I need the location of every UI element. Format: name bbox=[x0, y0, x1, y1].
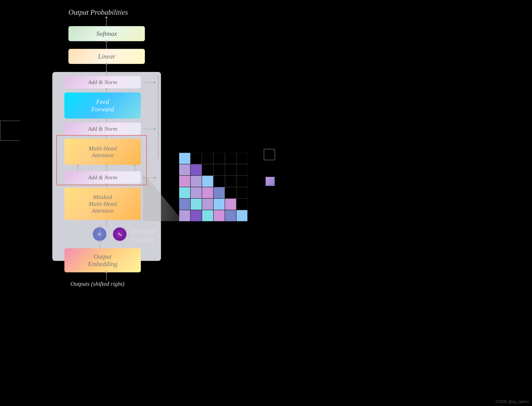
arrow-decoder-to-pos bbox=[106, 220, 107, 227]
svg-rect-30 bbox=[236, 199, 247, 210]
svg-rect-34 bbox=[213, 210, 225, 221]
multi-head-attention-block: Multi-HeadAttention bbox=[64, 139, 141, 165]
svg-rect-21 bbox=[202, 187, 213, 198]
svg-rect-11 bbox=[225, 164, 236, 175]
svg-rect-19 bbox=[179, 187, 190, 198]
svg-rect-1 bbox=[179, 153, 190, 164]
svg-rect-24 bbox=[236, 187, 247, 198]
svg-rect-15 bbox=[202, 176, 213, 187]
svg-rect-5 bbox=[225, 153, 236, 164]
skip-arrow-add-norm-top bbox=[142, 82, 155, 83]
add-norm-middle-block: Add & Norm bbox=[64, 123, 141, 135]
small-colored-square-svg bbox=[266, 177, 275, 186]
output-probabilities-label: Output Probabilities bbox=[68, 8, 128, 16]
output-embedding-block: OutputEmbedding bbox=[64, 248, 141, 272]
add-norm-top-block: Add & Norm bbox=[64, 76, 141, 88]
svg-rect-3 bbox=[202, 153, 213, 164]
svg-marker-0 bbox=[143, 175, 183, 221]
svg-rect-25 bbox=[179, 199, 190, 210]
small-square-outline bbox=[264, 149, 276, 162]
svg-rect-32 bbox=[191, 210, 202, 221]
feed-forward-label: FeedForward bbox=[91, 98, 114, 113]
wave-circle: ∿ bbox=[113, 227, 127, 241]
skip-connection-line bbox=[158, 74, 158, 159]
svg-rect-7 bbox=[179, 164, 190, 175]
svg-rect-2 bbox=[191, 153, 202, 164]
arrow-addnorm-to-linear bbox=[106, 72, 107, 76]
svg-rect-26 bbox=[191, 199, 202, 210]
add-norm-bottom-block: Add & Norm bbox=[64, 171, 141, 184]
svg-rect-6 bbox=[236, 153, 247, 164]
svg-rect-8 bbox=[191, 164, 202, 175]
small-colored-square bbox=[266, 177, 275, 187]
svg-rect-22 bbox=[213, 187, 225, 198]
svg-rect-14 bbox=[191, 176, 202, 187]
feed-forward-block: FeedForward bbox=[64, 93, 141, 119]
arrow-ff-to-mid bbox=[106, 119, 107, 123]
masked-multi-head-attention-block: MaskedMulti-HeadAttention bbox=[64, 188, 141, 220]
positional-encoding-label: PositionalEncoding bbox=[131, 227, 156, 243]
svg-rect-35 bbox=[225, 210, 236, 221]
add-norm-middle-label: Add & Norm bbox=[88, 126, 117, 132]
svg-rect-12 bbox=[236, 164, 247, 175]
svg-rect-36 bbox=[236, 210, 247, 221]
add-norm-top-label: Add & Norm bbox=[88, 79, 117, 85]
svg-rect-4 bbox=[213, 153, 225, 164]
arrow-softmax-to-output bbox=[106, 18, 107, 26]
arrow-plus-to-decoder bbox=[100, 227, 100, 234]
svg-rect-37 bbox=[264, 149, 275, 160]
softmax-label: Softmax bbox=[96, 30, 117, 37]
svg-rect-20 bbox=[191, 187, 202, 198]
wave-symbol: ∿ bbox=[118, 231, 122, 238]
outputs-shifted-right-label: Outputs (shifted right) bbox=[70, 280, 124, 287]
masked-mha-label: MaskedMulti-HeadAttention bbox=[89, 194, 117, 214]
mha-label: Multi-HeadAttention bbox=[89, 145, 117, 159]
softmax-block: Softmax bbox=[68, 26, 145, 41]
add-norm-bottom-label: Add & Norm bbox=[88, 174, 117, 181]
linear-label: Linear bbox=[98, 53, 115, 60]
svg-rect-31 bbox=[179, 210, 190, 221]
skip-arrow-add-norm-mid bbox=[142, 129, 155, 129]
svg-rect-28 bbox=[213, 199, 225, 210]
svg-rect-18 bbox=[236, 176, 247, 187]
arrow-embedding-to-plus bbox=[100, 241, 100, 248]
arrow-softmax-linear bbox=[106, 41, 107, 49]
svg-rect-29 bbox=[225, 199, 236, 210]
svg-rect-10 bbox=[213, 164, 225, 175]
arrow-ff-to-addnorm bbox=[106, 89, 107, 93]
svg-rect-38 bbox=[266, 177, 275, 186]
linear-block: Linear bbox=[68, 49, 145, 64]
output-embedding-label: OutputEmbedding bbox=[88, 253, 117, 268]
watermark: CSDN @xy_optics bbox=[495, 399, 529, 404]
attention-grid-container bbox=[179, 153, 247, 226]
left-partial-box bbox=[0, 121, 20, 141]
small-square-outline-svg bbox=[264, 149, 276, 161]
svg-rect-13 bbox=[179, 176, 190, 187]
svg-rect-27 bbox=[202, 199, 213, 210]
attention-grid-svg bbox=[179, 153, 247, 225]
svg-rect-16 bbox=[213, 176, 225, 187]
arrow-up-to-embedding bbox=[106, 272, 107, 280]
attention-funnel-svg bbox=[143, 175, 183, 221]
svg-rect-33 bbox=[202, 210, 213, 221]
svg-rect-23 bbox=[225, 187, 236, 198]
svg-rect-17 bbox=[225, 176, 236, 187]
svg-rect-9 bbox=[202, 164, 213, 175]
